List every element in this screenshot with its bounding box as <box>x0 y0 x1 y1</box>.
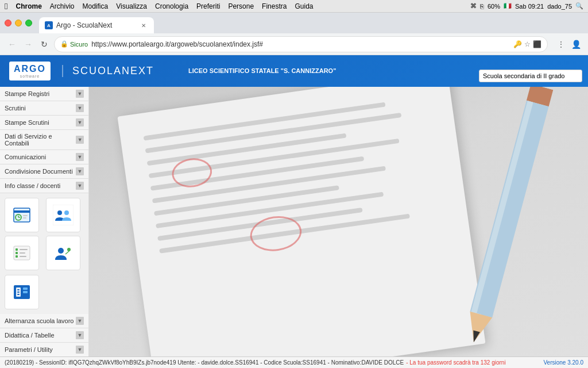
menu-preferiti[interactable]: Preferiti <box>196 2 220 10</box>
school-type-select[interactable]: Scuola secondaria di II grado Scuola sec… <box>479 70 582 82</box>
expand-icon: ▼ <box>76 153 84 161</box>
svg-rect-28 <box>471 101 533 313</box>
status-bar: (20180219) - SessionID: ifIQG7QzhqZWkVf8… <box>0 356 588 368</box>
battery-status: 60% <box>488 3 500 10</box>
svg-rect-23 <box>17 294 20 295</box>
sidebar-label: Condivisione Documenti <box>5 168 73 175</box>
icon-tile-3[interactable] <box>5 236 39 270</box>
sidebar: Stampe Registri ▼ Scrutini ▼ Stampe Scru… <box>0 87 89 356</box>
bluetooth-icon: ⎘ <box>480 3 484 10</box>
svg-rect-14 <box>20 249 28 250</box>
minimize-window-button[interactable] <box>15 20 22 26</box>
bookmark-icon[interactable]: ☆ <box>524 40 531 48</box>
book-icon <box>11 282 32 302</box>
sidebar-item-stampe-registri[interactable]: Stampe Registri ▼ <box>0 87 88 101</box>
expand-icon: ▼ <box>76 331 84 339</box>
list-icon <box>11 243 32 263</box>
schedule-icon <box>11 205 32 225</box>
chrome-right-buttons: ⋮ 👤 <box>555 38 582 51</box>
icon-tile-4[interactable] <box>46 236 80 270</box>
expand-icon: ▼ <box>76 136 84 144</box>
menu-cronologia[interactable]: Cronologia <box>155 2 188 10</box>
svg-rect-21 <box>17 289 20 290</box>
app-header: ARGO software SCUOLANEXT LICEO SCIENTIFI… <box>0 55 588 87</box>
sidebar-item-parametri[interactable]: Parametri / Utility ▼ <box>0 343 88 356</box>
menu-archivio[interactable]: Archivio <box>50 2 75 10</box>
maximize-window-button[interactable] <box>25 20 32 26</box>
tab-favicon: A <box>45 21 53 29</box>
password-warning: - La tua password scadrà tra 132 giorni <box>406 359 505 366</box>
spotlight-icon[interactable]: 🔍 <box>575 2 583 10</box>
svg-rect-11 <box>16 248 18 251</box>
sidebar-item-stampe-scrutini[interactable]: Stampe Scrutini ▼ <box>0 116 88 130</box>
body-area: Stampe Registri ▼ Scrutini ▼ Stampe Scru… <box>0 87 588 356</box>
sidebar-label: Didattica / Tabelle <box>5 332 55 339</box>
menu-chrome[interactable]: Chrome <box>16 2 41 10</box>
svg-marker-30 <box>470 330 480 343</box>
chrome-tabbar: A Argo - ScuolaNext ✕ <box>0 13 588 33</box>
content-area <box>89 87 588 356</box>
address-bar[interactable]: 🔒 Sicuro https://www.portaleargo.it/argo… <box>54 36 548 52</box>
argo-logo: ARGO software <box>9 62 51 80</box>
sidebar-item-comunicazioni[interactable]: Comunicazioni ▼ <box>0 150 88 164</box>
expand-icon: ▼ <box>76 317 84 325</box>
sidebar-item-dati-servizio[interactable]: Dati di Servizio e Contabili ▼ <box>0 130 88 150</box>
menubar-right: ⌘ ⎘ 60% 🇮🇹 Sab 09:21 dado_75 🔍 <box>470 2 583 10</box>
sidebar-label: Info classe / docenti <box>5 182 60 189</box>
expand-icon: ▼ <box>76 118 84 126</box>
tab-close-button[interactable]: ✕ <box>139 21 148 30</box>
lock-icon: 🔒 <box>60 40 68 48</box>
svg-rect-12 <box>16 252 18 254</box>
sidebar-label: Scrutini <box>5 105 26 112</box>
secure-badge: 🔒 Sicuro <box>60 40 88 48</box>
flag-icon: 🇮🇹 <box>504 2 512 10</box>
mac-menubar:  Chrome Archivio Modifica Visualizza Cr… <box>0 0 588 13</box>
svg-point-17 <box>58 248 64 254</box>
svg-rect-16 <box>20 256 26 257</box>
school-select-container: Scuola secondaria di II grado Scuola sec… <box>479 70 582 82</box>
sidebar-item-info-classe[interactable]: Info classe / docenti ▼ <box>0 179 88 193</box>
menu-finestra[interactable]: Finestra <box>262 2 287 10</box>
address-url: https://www.portaleargo.it/argoweb/scuol… <box>91 40 263 48</box>
sidebar-label: Dati di Servizio e Contabili <box>5 133 76 147</box>
chrome-addressbar: ← → ↻ 🔒 Sicuro https://www.portaleargo.i… <box>0 33 588 55</box>
key-icon: 🔑 <box>513 40 522 48</box>
menu-modifica[interactable]: Modifica <box>83 2 109 10</box>
sidebar-item-alternanza[interactable]: Alternanza scuola lavoro ▼ <box>0 314 88 328</box>
argo-logo-text: ARGO <box>14 64 46 74</box>
session-info: (20180219) - SessionID: ifIQG7QzhqZWkVf8… <box>5 359 404 366</box>
expand-icon: ▼ <box>76 90 84 98</box>
sidebar-item-didattica[interactable]: Didattica / Tabelle ▼ <box>0 328 88 343</box>
back-button[interactable]: ← <box>6 38 18 51</box>
sidebar-label: Alternanza scuola lavoro <box>5 317 74 324</box>
forward-button[interactable]: → <box>22 38 34 51</box>
svg-rect-6 <box>23 217 26 218</box>
close-window-button[interactable] <box>5 20 11 26</box>
browser-tab[interactable]: A Argo - ScuolaNext ✕ <box>39 17 154 33</box>
svg-point-7 <box>57 210 62 215</box>
svg-rect-5 <box>23 215 28 216</box>
paper-illustration <box>117 87 485 356</box>
expand-icon: ▼ <box>76 346 84 354</box>
menu-persone[interactable]: Persone <box>228 2 254 10</box>
svg-rect-15 <box>20 252 25 254</box>
icon-tile-2[interactable] <box>46 198 80 232</box>
app-container:  Chrome Archivio Modifica Visualizza Cr… <box>0 0 588 368</box>
svg-rect-9 <box>53 205 74 225</box>
icon-tile-1[interactable] <box>5 198 39 232</box>
sidebar-item-condivisione[interactable]: Condivisione Documenti ▼ <box>0 164 88 179</box>
svg-marker-29 <box>463 312 493 346</box>
menu-visualizza[interactable]: Visualizza <box>116 2 147 10</box>
user-display: dado_75 <box>547 3 572 10</box>
reload-button[interactable]: ↻ <box>38 38 51 51</box>
background-illustration <box>89 87 588 356</box>
sidebar-item-scrutini[interactable]: Scrutini ▼ <box>0 101 88 116</box>
extensions-button[interactable]: ⋮ <box>555 38 567 51</box>
menu-guida[interactable]: Guida <box>295 2 313 10</box>
person-share-icon <box>53 243 74 263</box>
icon-grid-2 <box>0 275 88 314</box>
version-label: Versione 3.20.0 <box>544 359 584 366</box>
apple-menu[interactable]:  <box>5 1 7 11</box>
icon-tile-5[interactable] <box>5 275 39 309</box>
profile-button[interactable]: 👤 <box>570 38 582 51</box>
